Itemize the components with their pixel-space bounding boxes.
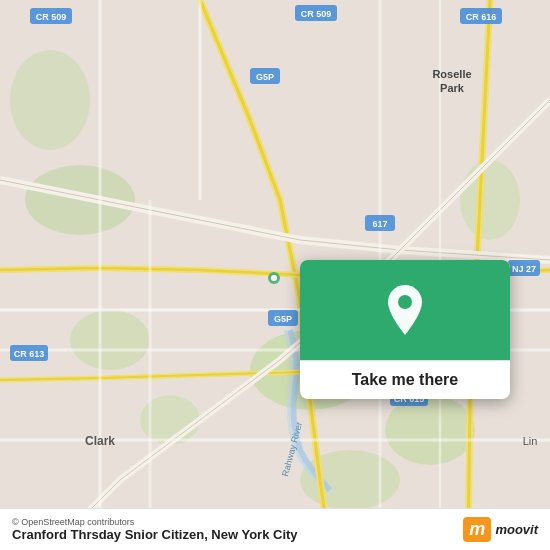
moovit-logo: m moovit (463, 517, 538, 542)
moovit-wordmark: moovit (495, 522, 538, 537)
bottom-bar: © OpenStreetMap contributors Cranford Th… (0, 508, 550, 550)
svg-text:617: 617 (372, 219, 387, 229)
svg-text:CR 509: CR 509 (301, 9, 332, 19)
moovit-letter: m (463, 517, 491, 542)
popup-card[interactable]: Take me there (300, 260, 510, 399)
svg-text:Lin: Lin (523, 435, 538, 447)
location-pin-icon (383, 283, 427, 337)
svg-text:Clark: Clark (85, 434, 115, 448)
svg-point-3 (70, 310, 150, 370)
take-me-there-button[interactable]: Take me there (300, 360, 510, 399)
svg-text:G5P: G5P (256, 72, 274, 82)
map-attribution: © OpenStreetMap contributors (12, 517, 298, 527)
svg-text:Roselle: Roselle (432, 68, 471, 80)
svg-point-36 (398, 295, 412, 309)
svg-text:G5P: G5P (274, 314, 292, 324)
popup-green-header (300, 260, 510, 360)
svg-point-35 (271, 275, 277, 281)
svg-text:CR 509: CR 509 (36, 12, 67, 22)
svg-text:Park: Park (440, 82, 465, 94)
location-name: Cranford Thrsday Snior Citizen, New York… (12, 527, 298, 542)
map-container: CR 509 CR 509 CR 616 G5P G5P 617 CR 617 … (0, 0, 550, 550)
svg-point-8 (460, 160, 520, 240)
svg-point-7 (10, 50, 90, 150)
svg-text:CR 616: CR 616 (466, 12, 497, 22)
svg-text:CR 613: CR 613 (14, 349, 45, 359)
svg-text:NJ 27: NJ 27 (512, 264, 536, 274)
bottom-left-info: © OpenStreetMap contributors Cranford Th… (12, 517, 298, 542)
